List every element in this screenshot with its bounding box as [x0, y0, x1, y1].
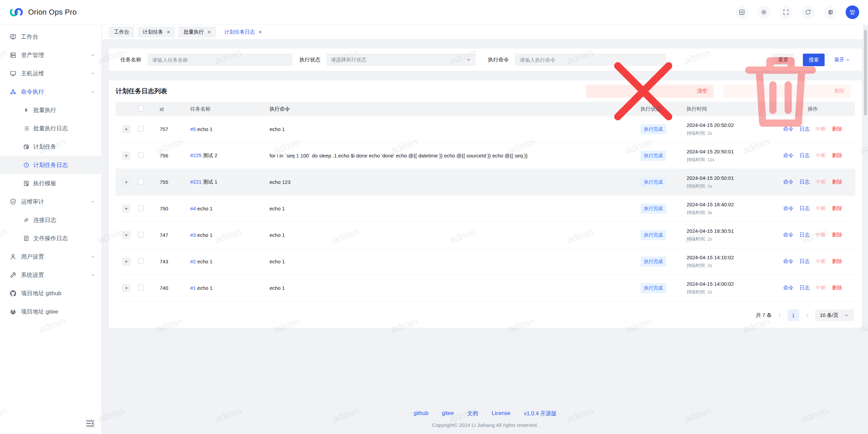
chevron-down-icon: [90, 53, 95, 58]
expand-row-button[interactable]: +: [122, 284, 130, 292]
action-command-link[interactable]: 命令: [783, 152, 793, 159]
row-checkbox[interactable]: [138, 205, 144, 211]
refresh-icon-button[interactable]: [802, 6, 814, 19]
task-ref-link[interactable]: #221: [190, 179, 201, 185]
footer-link-4[interactable]: v1.0.4 开源版: [524, 410, 556, 417]
next-page-button[interactable]: [804, 313, 810, 318]
row-checkbox[interactable]: [138, 258, 144, 264]
task-ref-link[interactable]: #4: [190, 206, 196, 211]
page-scrollbar[interactable]: [863, 25, 868, 434]
task-ref-link[interactable]: #1: [190, 285, 196, 291]
logo-icon: [9, 6, 24, 18]
sidebar-item-14[interactable]: 项目地址 github: [0, 284, 101, 302]
action-delete-link[interactable]: 删除: [832, 126, 842, 132]
settings-icon-button[interactable]: [824, 6, 836, 19]
footer-link-0[interactable]: github: [414, 410, 429, 417]
expand-row-button[interactable]: +: [122, 231, 130, 239]
action-log-link[interactable]: 日志: [800, 152, 810, 159]
current-page[interactable]: 1: [788, 309, 799, 321]
row-checkbox[interactable]: [138, 179, 144, 185]
close-tab-icon[interactable]: ×: [259, 30, 262, 35]
expand-row-button[interactable]: +: [122, 205, 130, 212]
expand-filters-link[interactable]: 展开: [834, 57, 850, 63]
task-name-input[interactable]: [147, 54, 293, 66]
action-interrupt-link[interactable]: 中断: [816, 152, 826, 159]
sidebar-collapse-button[interactable]: [85, 418, 95, 429]
action-interrupt-link[interactable]: 中断: [816, 232, 826, 238]
sidebar-item-13[interactable]: 系统设置: [0, 266, 101, 284]
sidebar-item-6[interactable]: 计划任务: [0, 137, 101, 156]
sidebar-item-10[interactable]: 连接日志: [0, 211, 101, 229]
expand-row-button[interactable]: +: [122, 178, 130, 186]
sidebar-item-11[interactable]: 文件操作日志: [0, 229, 101, 247]
close-tab-icon[interactable]: ×: [208, 30, 211, 35]
tab-1[interactable]: 计划任务 ×: [138, 26, 175, 38]
footer-link-2[interactable]: 文档: [467, 410, 478, 417]
page-size-select[interactable]: 10 条/页: [815, 309, 854, 321]
row-checkbox[interactable]: [138, 232, 144, 238]
task-ref-link[interactable]: #3: [190, 232, 196, 238]
action-delete-link[interactable]: 删除: [832, 205, 842, 212]
action-interrupt-link[interactable]: 中断: [816, 179, 826, 185]
select-all-checkbox[interactable]: [138, 106, 144, 111]
action-command-link[interactable]: 命令: [783, 205, 793, 212]
theme-icon-button[interactable]: [757, 6, 770, 19]
sidebar-item-0[interactable]: 工作台: [0, 27, 101, 46]
sidebar-item-15[interactable]: 项目地址 gitee: [0, 302, 101, 321]
tab-3[interactable]: 计划任务日志 ×: [219, 26, 267, 38]
action-delete-link[interactable]: 删除: [832, 258, 842, 265]
action-log-link[interactable]: 日志: [800, 179, 810, 185]
exec-status-select[interactable]: 请选择执行状态: [327, 54, 476, 66]
app-logo[interactable]: Orion Ops Pro: [0, 6, 77, 18]
row-checkbox[interactable]: [138, 152, 144, 158]
action-log-link[interactable]: 日志: [800, 232, 810, 238]
action-interrupt-link[interactable]: 中断: [816, 205, 826, 212]
action-log-link[interactable]: 日志: [800, 258, 810, 265]
expand-row-button[interactable]: +: [122, 125, 130, 133]
action-log-link[interactable]: 日志: [800, 285, 810, 291]
footer-link-3[interactable]: License: [492, 410, 510, 417]
user-avatar[interactable]: 管: [846, 5, 859, 19]
task-ref-link[interactable]: #5: [190, 126, 196, 132]
action-delete-link[interactable]: 删除: [832, 232, 842, 238]
action-interrupt-link[interactable]: 中断: [816, 285, 826, 291]
sidebar-item-label: 主机运维: [21, 70, 44, 77]
row-checkbox[interactable]: [138, 285, 144, 290]
tab-2[interactable]: 批量执行 ×: [178, 26, 216, 38]
action-command-link[interactable]: 命令: [783, 258, 793, 265]
action-delete-link[interactable]: 删除: [832, 285, 842, 291]
action-log-link[interactable]: 日志: [800, 205, 810, 212]
sidebar-item-1[interactable]: 资产管理: [0, 46, 101, 64]
expand-row-button[interactable]: +: [122, 152, 130, 159]
action-command-link[interactable]: 命令: [783, 179, 793, 185]
sidebar-item-5[interactable]: 批量执行日志: [0, 119, 101, 137]
sidebar-item-3[interactable]: 命令执行: [0, 82, 101, 101]
sidebar-item-9[interactable]: 运维审计: [0, 192, 101, 211]
close-tab-icon[interactable]: ×: [167, 30, 170, 35]
tab-label: 批量执行: [183, 29, 204, 35]
sidebar-item-4[interactable]: 批量执行: [0, 101, 101, 119]
delete-button[interactable]: 删除: [723, 85, 851, 98]
footer-link-1[interactable]: gitee: [442, 410, 454, 417]
sidebar-item-12[interactable]: 用户设置: [0, 247, 101, 266]
sidebar-item-8[interactable]: 执行模板: [0, 174, 101, 192]
row-checkbox[interactable]: [138, 126, 144, 132]
sidebar-item-7[interactable]: 计划任务日志: [0, 156, 101, 174]
fullscreen-icon-button[interactable]: [780, 6, 792, 19]
action-interrupt-link[interactable]: 中断: [816, 258, 826, 265]
scrollbar-thumb[interactable]: [864, 30, 867, 115]
settings-icon: [827, 9, 833, 16]
action-command-link[interactable]: 命令: [783, 232, 793, 238]
action-delete-link[interactable]: 删除: [832, 179, 842, 185]
prev-page-button[interactable]: [777, 313, 783, 318]
gitee-icon: [9, 308, 17, 315]
clear-button[interactable]: 清空: [586, 85, 714, 98]
action-command-link[interactable]: 命令: [783, 285, 793, 291]
sidebar-item-2[interactable]: 主机运维: [0, 64, 101, 82]
action-delete-link[interactable]: 删除: [832, 152, 842, 159]
code-square-icon-button[interactable]: [735, 6, 748, 19]
task-ref-link[interactable]: #2: [190, 259, 196, 264]
tab-0[interactable]: 工作台: [109, 26, 134, 38]
expand-row-button[interactable]: +: [122, 258, 130, 265]
task-ref-link[interactable]: #225: [190, 152, 201, 158]
